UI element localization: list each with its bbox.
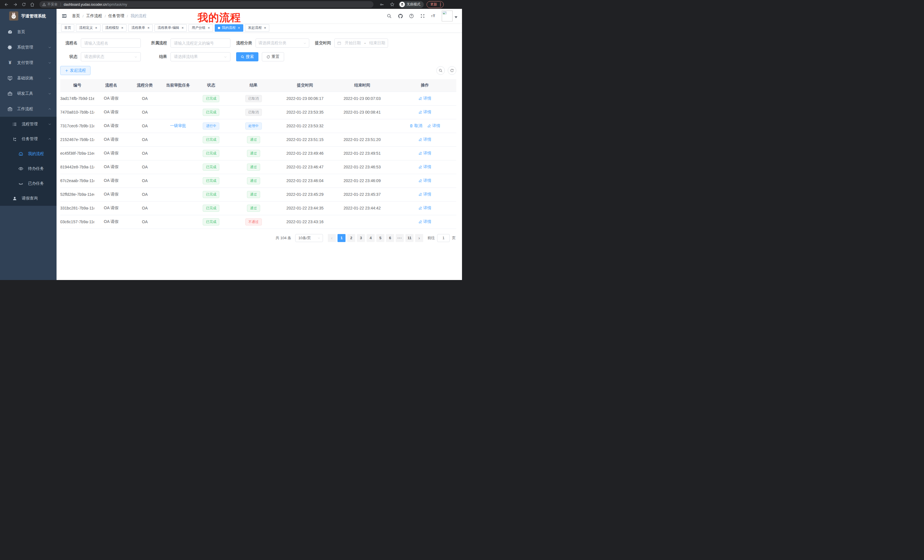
cell-process-name: OA 请假 <box>94 147 128 160</box>
detail-link[interactable]: 详情 <box>418 109 432 115</box>
sidebar-item-workflow[interactable]: 工作流程 <box>0 101 57 117</box>
key-icon[interactable] <box>378 1 386 8</box>
cell-submit-time: 2022-01-22 23:46:47 <box>279 160 331 174</box>
bookmark-star-icon[interactable] <box>388 1 396 8</box>
page-button[interactable]: 6 <box>386 234 394 242</box>
page-button[interactable]: 11 <box>405 234 414 242</box>
tab[interactable]: 流程表单 × <box>128 24 153 32</box>
top-navbar: 首页 / 工作流程 / 任务管理 / 我的流程 <box>57 9 462 23</box>
detail-link[interactable]: 详情 <box>418 219 432 225</box>
sidebar-item-todo-tasks[interactable]: 待办任务 <box>0 161 57 176</box>
sidebar-item-devtools[interactable]: 研发工具 <box>0 86 57 101</box>
submit-time-range[interactable]: 开始日期 - 结束日期 <box>334 39 388 48</box>
tab-close-icon[interactable]: × <box>264 26 266 30</box>
cell-category: OA <box>128 147 162 160</box>
category-select[interactable]: 请选择流程分类 <box>255 39 309 48</box>
page-button[interactable]: 2 <box>347 234 355 242</box>
detail-link[interactable]: 详情 <box>428 123 440 129</box>
help-icon[interactable] <box>408 13 415 19</box>
forward-icon[interactable] <box>11 1 19 8</box>
page-button[interactable]: 5 <box>376 234 384 242</box>
fullscreen-icon[interactable] <box>420 13 426 19</box>
edit-pencil-icon <box>418 206 422 210</box>
page-size-select[interactable]: 10条/页 <box>295 234 323 242</box>
github-icon[interactable] <box>397 13 404 19</box>
tab[interactable]: 流程模型 × <box>102 24 127 32</box>
breadcrumb-home[interactable]: 首页 <box>72 13 80 18</box>
refresh-button[interactable] <box>448 66 456 75</box>
address-bar[interactable]: 不安全 dashboard.yudao.iocoder.cn/bpm/task/… <box>39 1 374 8</box>
security-warning[interactable]: 不安全 <box>42 2 58 7</box>
detail-link[interactable]: 详情 <box>418 205 432 211</box>
home-icon[interactable] <box>28 1 36 8</box>
sidebar-item-payment[interactable]: ¥ 支付管理 <box>0 55 57 70</box>
chevron-down-icon <box>224 55 227 58</box>
tab[interactable]: 首页 <box>61 24 74 32</box>
tab[interactable]: 流程定义 × <box>76 24 100 32</box>
search-icon[interactable] <box>386 13 392 19</box>
tab-close-icon[interactable]: × <box>238 26 240 30</box>
cell-category: OA <box>128 91 162 105</box>
cancel-link[interactable]: 取消 <box>410 123 422 129</box>
sidebar-item-done-tasks[interactable]: 已办任务 <box>0 176 57 191</box>
status-badge: 已完成 <box>203 191 219 198</box>
sidebar-item-system[interactable]: 系统管理 <box>0 40 57 55</box>
page-button[interactable]: ··· <box>396 234 404 242</box>
result-select[interactable]: 请选择流结果 <box>171 52 230 61</box>
tab-close-icon[interactable]: × <box>208 26 210 30</box>
update-button[interactable]: 更新 <box>427 1 444 8</box>
tab[interactable]: 我的流程 × <box>215 24 243 32</box>
tab-close-icon[interactable]: × <box>95 26 98 30</box>
sidebar-item-leave-query[interactable]: 请假查询 <box>0 191 57 206</box>
page-button[interactable]: 3 <box>357 234 365 242</box>
tab-close-icon[interactable]: × <box>147 26 150 30</box>
detail-link[interactable]: 详情 <box>418 137 432 142</box>
sidebar-item-infra[interactable]: 基础设施 <box>0 70 57 86</box>
reset-button[interactable]: 重置 <box>262 52 284 61</box>
incognito-icon <box>399 2 405 7</box>
cell-end-time: 2022-01-22 23:46:53 <box>331 160 393 174</box>
create-process-button[interactable]: 发起流程 <box>60 66 90 75</box>
detail-link[interactable]: 详情 <box>418 151 432 156</box>
page-button[interactable]: ‹ <box>328 234 336 242</box>
sidebar-item-task-mgmt[interactable]: 任务管理 <box>0 132 57 147</box>
page-button[interactable]: › <box>415 234 423 242</box>
tab[interactable]: 流程表单-编辑 × <box>154 24 187 32</box>
navbar-actions: TT <box>386 10 458 21</box>
owner-process-input[interactable] <box>174 41 227 45</box>
font-size-icon[interactable]: TT <box>430 13 437 19</box>
detail-link[interactable]: 详情 <box>418 178 432 183</box>
tab[interactable]: 用户分组 × <box>189 24 213 32</box>
sidebar-item-process-mgmt[interactable]: 流程管理 <box>0 117 57 132</box>
process-name-input[interactable] <box>84 41 137 45</box>
browser-actions: 无痕模式 更新 <box>378 1 444 8</box>
browser-menu-icon[interactable] <box>440 3 441 6</box>
status-select[interactable]: 请选择状态 <box>81 52 141 61</box>
current-task-link[interactable]: 一级审批 <box>170 123 186 128</box>
breadcrumb-task-mgmt[interactable]: 任务管理 <box>108 13 124 18</box>
table-row: 331bc281-7b9a-11ec-a290-acde48001122 OA … <box>60 201 456 215</box>
goto-page-input[interactable] <box>437 234 450 242</box>
tab-close-icon[interactable]: × <box>182 26 184 30</box>
back-icon[interactable] <box>3 1 10 8</box>
reload-icon[interactable] <box>20 1 27 8</box>
chevron-down-icon <box>318 237 320 240</box>
cell-submit-time: 2022-01-22 23:49:46 <box>279 147 331 160</box>
detail-link[interactable]: 详情 <box>418 192 432 197</box>
toggle-search-button[interactable] <box>436 66 445 75</box>
sidebar-collapse-icon[interactable] <box>60 12 68 20</box>
search-button[interactable]: 搜索 <box>236 52 258 61</box>
sidebar-item-my-process[interactable]: 我的流程 <box>0 147 57 161</box>
tab-close-icon[interactable]: × <box>122 26 124 30</box>
active-dot <box>218 27 220 29</box>
breadcrumb-workflow[interactable]: 工作流程 <box>86 13 102 18</box>
page-button[interactable]: 1 <box>338 234 345 242</box>
page-content: 流程名 所属流程 流程分类 请选择流程分类 <box>57 33 462 280</box>
sidebar-item-home[interactable]: 首页 <box>0 24 57 40</box>
detail-link[interactable]: 详情 <box>418 96 432 101</box>
page-button[interactable]: 4 <box>367 234 375 242</box>
user-avatar[interactable] <box>442 10 458 21</box>
dashboard-icon <box>7 29 13 34</box>
detail-link[interactable]: 详情 <box>418 165 432 169</box>
tab[interactable]: 发起流程 × <box>245 24 270 32</box>
